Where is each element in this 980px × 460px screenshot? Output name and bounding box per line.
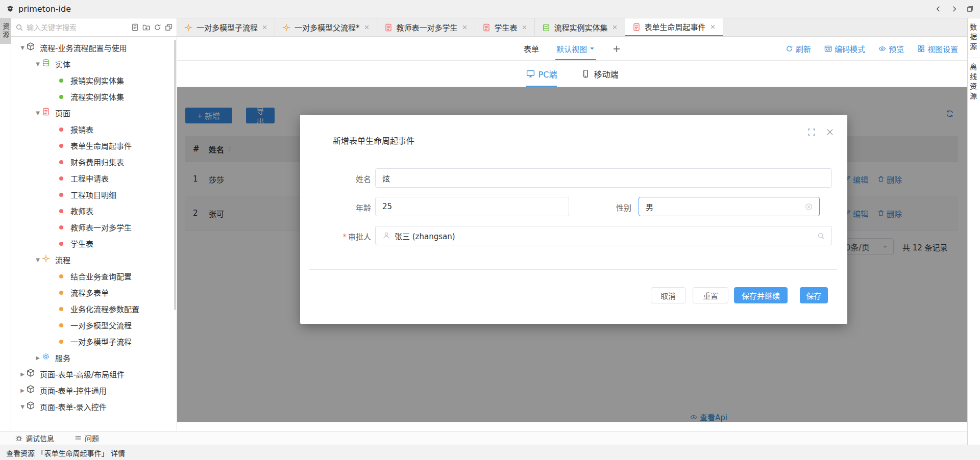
tree-item-4[interactable]: ▼页面 bbox=[11, 105, 177, 121]
tab-pc-label: PC端 bbox=[538, 68, 557, 80]
tree-item-0[interactable]: ▼流程-业务流程配置与使用 bbox=[11, 39, 177, 56]
dialog-button-2[interactable]: 保存并继续 bbox=[734, 287, 788, 303]
tree-item-19[interactable]: ▶服务 bbox=[11, 349, 177, 366]
tree-item-7[interactable]: 财务费用归集表 bbox=[11, 154, 177, 170]
tab-close-icon[interactable] bbox=[364, 24, 370, 30]
tree-item-8[interactable]: 工程申请表 bbox=[11, 170, 177, 186]
tree-item-1[interactable]: ▼实体 bbox=[11, 56, 177, 72]
editor-tab-2[interactable]: 教师表一对多学生 bbox=[377, 18, 475, 36]
tree-item-14[interactable]: 结合业务查询配置 bbox=[11, 268, 177, 284]
tab-label: 流程实例实体集 bbox=[554, 22, 608, 33]
tab-close-icon[interactable] bbox=[522, 24, 527, 30]
nav-back-icon[interactable] bbox=[935, 5, 942, 13]
tree-item-10[interactable]: 教师表 bbox=[11, 202, 177, 219]
activity-tab-offline-resources[interactable]: 离线资源 bbox=[968, 58, 980, 107]
tree-expander-icon[interactable]: ▶ bbox=[18, 371, 27, 377]
tree-scrollbar[interactable] bbox=[174, 40, 176, 310]
form-icon bbox=[482, 23, 491, 32]
new-folder-icon[interactable] bbox=[142, 23, 150, 31]
tree-expander-icon[interactable]: ▶ bbox=[34, 355, 42, 361]
tab-close-icon[interactable] bbox=[462, 24, 468, 30]
bottom-tab-label: 问题 bbox=[85, 433, 99, 443]
tree-item-3[interactable]: 流程实例实体集 bbox=[11, 88, 177, 105]
tree-item-13[interactable]: ▼流程 bbox=[11, 251, 177, 268]
tree-item-6[interactable]: 表单生命周起事件 bbox=[11, 137, 177, 154]
tree-item-15[interactable]: 流程多表单 bbox=[11, 284, 177, 300]
collapse-all-icon[interactable] bbox=[165, 23, 173, 31]
tab-close-icon[interactable] bbox=[710, 24, 716, 30]
search-input[interactable] bbox=[27, 23, 128, 32]
tree-item-label: 学生表 bbox=[70, 238, 93, 249]
gender-field[interactable]: 男 bbox=[639, 197, 820, 216]
tree-expander-icon[interactable]: ▼ bbox=[18, 45, 27, 50]
tree-item-5[interactable]: 报销表 bbox=[11, 121, 177, 137]
flow-icon bbox=[282, 23, 290, 32]
activity-tab-datasource[interactable]: 数据源 bbox=[968, 18, 980, 58]
import-doc-icon[interactable] bbox=[131, 23, 139, 31]
toolbar-action-0[interactable]: 刷新 bbox=[786, 43, 811, 54]
eye-icon bbox=[878, 45, 886, 53]
name-field[interactable]: 炫 bbox=[375, 168, 832, 188]
form-icon bbox=[632, 23, 641, 31]
close-icon[interactable] bbox=[826, 128, 834, 136]
tab-close-icon[interactable] bbox=[262, 24, 267, 30]
tree-item-11[interactable]: 教师表一对多学生 bbox=[11, 219, 177, 235]
approver-field[interactable]: 张三 (zhangsan) bbox=[375, 226, 832, 245]
toolbar-action-1[interactable]: 编码模式 bbox=[824, 43, 865, 54]
editor-tab-0[interactable]: 一对多模型子流程 bbox=[177, 18, 275, 36]
approver-field-label: *审批人 bbox=[300, 231, 371, 242]
dialog-button-3[interactable]: 保存 bbox=[800, 287, 828, 303]
chevron-down-icon bbox=[589, 45, 595, 52]
dot-red-icon bbox=[59, 160, 63, 164]
tree-expander-icon[interactable]: ▼ bbox=[34, 61, 42, 67]
bottom-tab-0[interactable]: 调试信息 bbox=[15, 433, 54, 443]
toolbar-action-label: 预览 bbox=[889, 43, 904, 54]
tab-mobile[interactable]: 移动端 bbox=[581, 61, 618, 87]
activity-tab-resources[interactable]: 资源 bbox=[0, 18, 11, 44]
tree-item-22[interactable]: ▼页面-表单-录入控件 bbox=[11, 398, 177, 415]
tree-item-21[interactable]: ▶页面-表单-控件通用 bbox=[11, 382, 177, 398]
editor-tab-5[interactable]: 表单生命周起事件 bbox=[625, 18, 723, 36]
tree-item-12[interactable]: 学生表 bbox=[11, 235, 177, 251]
tree-item-9[interactable]: 工程项目明细 bbox=[11, 186, 177, 202]
nav-forward-icon[interactable] bbox=[950, 5, 958, 13]
refresh-icon[interactable] bbox=[154, 23, 161, 31]
clear-icon[interactable] bbox=[805, 203, 813, 211]
toolbar-action-3[interactable]: 视图设置 bbox=[917, 43, 958, 54]
view-toolbar: 表单 默认视图 + 刷新编码模式预览视图设置 bbox=[177, 37, 967, 61]
bottom-panel-bar: 调试信息问题 bbox=[0, 431, 967, 445]
editor-tab-4[interactable]: 流程实例实体集 bbox=[535, 18, 625, 36]
device-switcher: PC端 移动端 bbox=[177, 61, 967, 87]
view-tab-label: 默认视图 bbox=[556, 43, 587, 54]
tab-close-icon[interactable] bbox=[612, 24, 618, 30]
age-field[interactable]: 25 bbox=[375, 197, 569, 216]
editor-tab-1[interactable]: 一对多模型父流程* bbox=[275, 18, 377, 36]
tree-item-label: 教师表一对多学生 bbox=[70, 222, 132, 233]
user-search-icon[interactable] bbox=[817, 232, 825, 240]
dot-red-icon bbox=[59, 209, 63, 213]
tree-item-2[interactable]: 报销实例实体集 bbox=[11, 72, 177, 88]
window-restore-icon[interactable] bbox=[966, 5, 974, 13]
add-view-button[interactable]: + bbox=[612, 43, 621, 54]
tree-item-16[interactable]: 业务化流程参数配置 bbox=[11, 300, 177, 317]
dialog-button-1[interactable]: 重置 bbox=[693, 287, 728, 303]
tree-item-label: 页面-表单-录入控件 bbox=[40, 401, 107, 412]
tree-expander-icon[interactable]: ▼ bbox=[34, 110, 42, 116]
tree-expander-icon[interactable]: ▼ bbox=[34, 257, 42, 263]
toolbar-action-2[interactable]: 预览 bbox=[878, 43, 904, 54]
tab-default-view[interactable]: 默认视图 bbox=[556, 37, 595, 60]
tree-expander-icon[interactable]: ▶ bbox=[18, 388, 27, 393]
dot-red-icon bbox=[59, 242, 63, 246]
bottom-tab-1[interactable]: 问题 bbox=[75, 433, 99, 443]
dialog-button-0[interactable]: 取消 bbox=[651, 287, 685, 303]
tree-item-17[interactable]: 一对多模型父流程 bbox=[11, 317, 177, 333]
tab-label: 一对多模型父流程* bbox=[295, 22, 360, 33]
tree-expander-icon[interactable]: ▼ bbox=[18, 404, 27, 410]
dot-green-icon bbox=[59, 79, 63, 83]
fullscreen-icon[interactable] bbox=[807, 128, 816, 136]
tab-pc[interactable]: PC端 bbox=[526, 61, 557, 87]
editor-tab-3[interactable]: 学生表 bbox=[475, 18, 535, 36]
tree-item-20[interactable]: ▶页面-表单-高级/布局组件 bbox=[11, 366, 177, 382]
tree-item-18[interactable]: 一对多模型子流程 bbox=[11, 333, 177, 349]
resource-sidebar: ▼流程-业务流程配置与使用▼实体报销实例实体集流程实例实体集▼页面报销表表单生命… bbox=[11, 18, 177, 445]
